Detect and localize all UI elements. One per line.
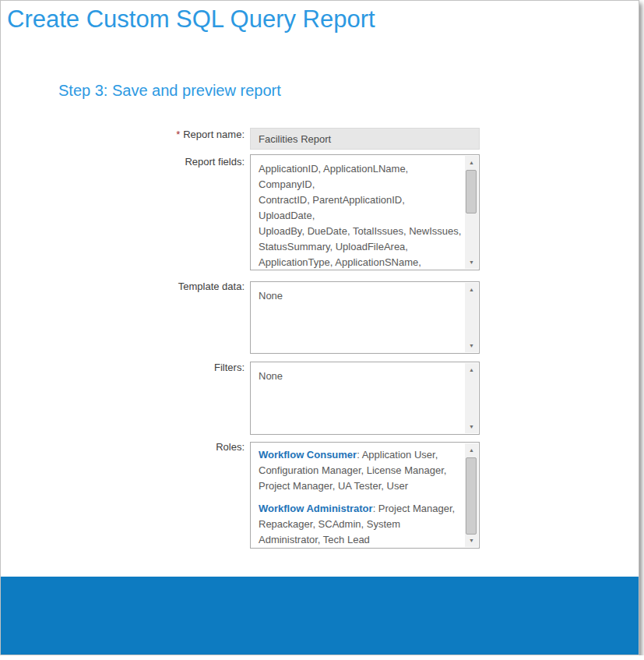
scroll-down-icon[interactable]: ▼: [465, 256, 478, 269]
template-data-value: None: [251, 282, 466, 353]
filters-value: None: [251, 362, 466, 434]
scroll-down-icon[interactable]: ▼: [465, 534, 478, 547]
report-fields-label: Report fields:: [48, 156, 245, 168]
report-fields-value: ApplicationID, ApplicationLName, Company…: [251, 155, 466, 270]
template-data-scrollbar[interactable]: ▲ ▼: [465, 283, 478, 352]
filters-box[interactable]: None ▲ ▼: [250, 362, 480, 435]
report-name-input[interactable]: [250, 128, 480, 150]
step-heading: Step 3: Save and preview report: [58, 82, 281, 100]
scroll-up-icon[interactable]: ▲: [465, 443, 478, 457]
report-name-label-text: Report name:: [183, 129, 245, 140]
role-group: Workflow Consumer: Application User, Con…: [259, 447, 463, 494]
roles-box[interactable]: Workflow Consumer: Application User, Con…: [250, 442, 480, 549]
scroll-down-icon[interactable]: ▼: [465, 420, 478, 433]
scroll-up-icon[interactable]: ▲: [465, 156, 478, 169]
role-separator: :: [373, 503, 378, 514]
roles-scrollbar[interactable]: ▲ ▼: [465, 443, 478, 547]
scroll-up-icon[interactable]: ▲: [465, 363, 478, 376]
template-data-label: Template data:: [48, 281, 245, 292]
footer-bar: Previous Save and preview: [1, 577, 639, 655]
required-marker: *: [176, 129, 180, 140]
template-data-box[interactable]: None ▲ ▼: [250, 281, 480, 354]
filters-label: Filters:: [48, 362, 245, 373]
scrollbar-thumb[interactable]: [466, 170, 477, 214]
scroll-up-icon[interactable]: ▲: [465, 283, 478, 296]
page-container: Create Custom SQL Query Report Step 3: S…: [0, 0, 639, 655]
scrollbar-thumb[interactable]: [466, 457, 477, 535]
report-fields-box[interactable]: ApplicationID, ApplicationLName, Company…: [250, 154, 480, 270]
report-fields-scrollbar[interactable]: ▲ ▼: [465, 156, 478, 269]
role-group-name: Workflow Administrator: [259, 503, 373, 514]
role-group-name: Workflow Consumer: [259, 449, 357, 461]
role-group: Workflow Administrator: Project Manager,…: [259, 501, 463, 548]
report-name-label: *Report name:: [48, 129, 245, 140]
page-title: Create Custom SQL Query Report: [7, 5, 375, 34]
roles-label: Roles:: [48, 441, 245, 453]
scroll-down-icon[interactable]: ▼: [465, 339, 478, 352]
filters-scrollbar[interactable]: ▲ ▼: [465, 363, 478, 433]
